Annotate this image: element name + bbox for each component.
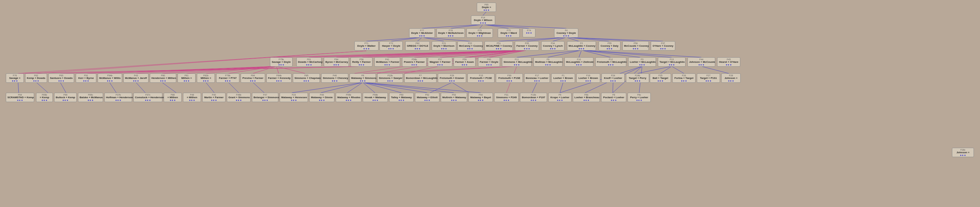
family-node-f5[interactable]: F5Krope + Loeher◆ ◆ ◆ — [548, 93, 571, 102]
family-node-f8[interactable]: F8Poctard + Loeher◆ ◆ ◆ — [601, 93, 626, 102]
family-node-f65c[interactable]: F65cBatske + McManus◆ ◆ ◆ — [78, 93, 103, 102]
family-node-f22[interactable]: F22McCaney + Cooney◆ ◆ ◆ — [457, 41, 483, 51]
family-node-f1[interactable]: F1Loeher + Brown◆ ◆ ◆ — [551, 73, 575, 83]
family-node-f56b[interactable]: F56bPowers + Farmer◆ ◆ ◆ — [402, 57, 426, 67]
family-node-f7[interactable]: F7Bomordean + McLaughlin◆ ◆ ◆ — [404, 73, 436, 83]
family-node-f37c[interactable]: F37cComstock + Henderson◆ ◆ ◆ — [134, 93, 162, 102]
family-node-f74[interactable]: F74◆ ◆ ◆ — [523, 28, 535, 37]
family-node-f26[interactable]: F26Fortna + Taegel◆ ◆ ◆ — [672, 73, 695, 83]
family-node-f46b[interactable]: F46bGrant + Simmons◆ ◆ ◆ — [227, 93, 251, 102]
family-node-f50[interactable]: F50Talley + Mataway◆ ◆ ◆ — [389, 93, 414, 102]
family-node-f85[interactable]: F85Simmons + Chapman◆ ◆ ◆ — [293, 73, 320, 83]
family-node-f6b[interactable]: F6bLoeher + Brancheau◆ ◆ ◆ — [573, 93, 600, 102]
family-node-f37[interactable]: F37O'Hare + Cooney◆ ◆ ◆ — [651, 41, 675, 51]
family-node-f63[interactable]: F63Santuoro + Dowds◆ ◆ ◆ — [48, 73, 74, 83]
family-node-f52[interactable]: F52Mataway + Elliott◆ ◆ ◆ — [415, 93, 439, 102]
family-node-f79[interactable]: F79Doyle + Wightman◆ ◆ ◆ — [466, 28, 493, 38]
family-node-f91[interactable]: F91Kerr + Byrne◆ ◆ ◆ — [76, 73, 96, 83]
family-node-f72[interactable]: F72Harper + Doyle◆ ◆ ◆ — [380, 41, 403, 51]
family-node-f57[interactable]: F57Wagner + Farmer◆ ◆ ◆ — [428, 57, 452, 67]
family-node-f58[interactable]: F58Reilly + Farmer◆ ◆ ◆ — [350, 57, 372, 67]
family-node-f61[interactable]: F61Dowds + McCartney◆ ◆ ◆ — [296, 57, 321, 67]
family-node-f53[interactable]: F53Multrein + Mataway◆ ◆ ◆ — [441, 93, 467, 102]
family-node-f65[interactable]: F65Doyle =◆ ◆ ◆ — [477, 3, 496, 12]
node-id-label: F44 — [689, 58, 714, 61]
node-name-label: Powers + Farmer — [404, 61, 425, 64]
family-node-f6[interactable]: F6Mataway + Simmons◆ ◆ ◆ — [350, 73, 376, 83]
family-node-f58b[interactable]: F58bHovak + Mataway◆ ◆ ◆ — [363, 93, 388, 102]
family-node-f71[interactable]: F71Doyle + Walker◆ ◆ ◆ — [354, 41, 379, 51]
family-node-f94[interactable]: F94Byron + McCarney◆ ◆ ◆ — [324, 57, 349, 67]
family-node-f65b[interactable]: F65b= Kemp◆ ◆ ◆ — [36, 93, 53, 102]
family-node-f13[interactable]: F13Taegel + McLaughlin◆ ◆ ◆ — [658, 57, 686, 67]
family-node-f22b[interactable]: F22bSimmons + Sawyer◆ ◆ ◆ — [377, 73, 403, 83]
family-node-f55[interactable]: F55Cooney + Daly◆ ◆ ◆ — [598, 41, 620, 51]
family-node-f9[interactable]: F9Mullinax + McLaughlin◆ ◆ ◆ — [533, 57, 563, 67]
family-node-f16[interactable]: F16Loeher + Brown◆ ◆ ◆ — [576, 73, 600, 83]
family-node-f3[interactable]: F3Loeher + McLaughlin◆ ◆ ◆ — [628, 57, 656, 67]
family-node-f11[interactable]: F11Simmons + McLaughlin◆ ◆ ◆ — [502, 57, 531, 67]
family-node-f23[interactable]: F23Mataway + Hennesee◆ ◆ ◆ — [280, 93, 308, 102]
family-node-f44[interactable]: F44Johnson + McCouste◆ ◆ ◆ — [687, 57, 715, 67]
family-node-f25[interactable]: F25Ball + Taegel◆ ◆ ◆ — [650, 73, 671, 83]
family-node-f14[interactable]: F14Doyle + Wilson◆ ◆ ◆ — [471, 16, 495, 25]
family-node-f77[interactable]: F77Doyle + McAlister◆ ◆ ◆ — [409, 28, 435, 38]
family-node-f78[interactable]: F78Doyle + McNutcheon◆ ◆ ◆ — [436, 28, 465, 38]
node-connector-dots: ◆ ◆ ◆ — [698, 80, 718, 82]
family-node-f31[interactable]: F31Simmons + P249◆ ◆ ◆ — [494, 93, 519, 102]
family-node-f12[interactable]: F12Freismuth + McLaughlin◆ ◆ ◆ — [595, 57, 626, 67]
family-node-f10b[interactable]: F10bBomordean + P197◆ ◆ ◆ — [520, 93, 547, 102]
family-node-f24b[interactable]: F24bTaegel + Perry◆ ◆ ◆ — [626, 73, 649, 83]
family-node-f66[interactable]: F66Bullock + Kemp◆ ◆ ◆ — [54, 93, 77, 102]
family-node-f62[interactable]: F62Kemp + Dowds◆ ◆ ◆ — [25, 73, 47, 83]
family-node-f64[interactable]: F64SCRAMSTAD + Kemp◆ ◆ ◆ — [6, 93, 34, 102]
svg-line-57 — [672, 66, 684, 73]
family-node-f81[interactable]: F81Mithen =◆ ◆ ◆ — [178, 73, 196, 83]
family-node-f55b[interactable]: F55bMataway + Rhodes◆ ◆ ◆ — [336, 93, 361, 102]
family-node-f84[interactable]: F84Previna + Farmer◆ ◆ ◆ — [241, 73, 265, 83]
family-node-f47[interactable]: F47Belanger + Simmons◆ ◆ ◆ — [252, 93, 278, 102]
family-node-f56[interactable]: F56McCouste + Cooney◆ ◆ ◆ — [622, 41, 649, 51]
family-node-f4[interactable]: F4Cooney + Doyle◆ ◆ ◆ — [554, 28, 578, 38]
family-node-f28c[interactable]: F28cJohnson =◆ ◆ ◆ — [952, 148, 974, 157]
node-id-label: F53 — [442, 94, 466, 96]
family-node-f82b[interactable]: F82bMithen =◆ ◆ ◆ — [197, 73, 215, 83]
family-node-f15[interactable]: F15Freismuth + P1SE◆ ◆ ◆ — [468, 73, 495, 83]
family-node-f75b[interactable]: F75bSavage + Doyle◆ ◆ ◆ — [270, 57, 293, 67]
family-node-f46[interactable]: F46Simmons + Chesney◆ ◆ ◆ — [321, 73, 348, 83]
family-node-f30[interactable]: F30Freismuth + P1SE◆ ◆ ◆ — [496, 73, 523, 83]
family-node-f40[interactable]: F40Martin + Farmer◆ ◆ ◆ — [202, 93, 226, 102]
family-node-f28[interactable]: F28Johnson =◆ ◆ ◆ — [721, 73, 741, 83]
family-node-f49[interactable]: F49Mataway + Ginnie◆ ◆ ◆ — [309, 93, 334, 102]
family-node-f94b[interactable]: F94bMcManus + Willis◆ ◆ ◆ — [98, 73, 122, 83]
family-node-f29[interactable]: F29Freismuth + Kramer◆ ◆ ◆ — [438, 73, 466, 83]
family-node-f59[interactable]: F59Farmer + Asam◆ ◆ ◆ — [453, 57, 476, 67]
family-node-f10[interactable]: F10McLaughlin + Zielinski◆ ◆ ◆ — [565, 57, 593, 67]
family-node-f84b[interactable]: F84bFarmer + Kennedy◆ ◆ ◆ — [266, 73, 291, 83]
family-node-f76[interactable]: F76Savage =◆ ◆ ◆ — [6, 73, 24, 83]
family-node-f88[interactable]: F88= Mithen◆ ◆ ◆ — [164, 93, 182, 102]
family-node-f34[interactable]: F34Cooney + Lynch◆ ◆ ◆ — [541, 41, 565, 51]
family-node-f60[interactable]: F60Farmer + Doyle◆ ◆ ◆ — [478, 57, 500, 67]
node-name-label: Bonneau + Loeher — [526, 76, 548, 80]
family-node-f41[interactable]: F41McManus + Farmer◆ ◆ ◆ — [374, 57, 400, 67]
svg-line-14 — [553, 37, 566, 41]
family-node-f82[interactable]: F82GREGG + DOYLE◆ ◆ ◆ — [405, 41, 430, 51]
node-id-label: F80 — [151, 74, 175, 76]
family-node-f6c[interactable]: F6cPerry + Loeher◆ ◆ ◆ — [628, 93, 651, 102]
family-node-f79b[interactable]: F79bFarmer + P747◆ ◆ ◆ — [216, 73, 239, 83]
family-node-f54[interactable]: F54Mataway + Bayet◆ ◆ ◆ — [468, 93, 493, 102]
family-node-f37b[interactable]: F37bHoffman + Henderson◆ ◆ ◆ — [104, 93, 132, 102]
family-node-f35[interactable]: F35Farmer + Cooney◆ ◆ ◆ — [515, 41, 539, 51]
family-node-f24[interactable]: F24Knoff + Loeher◆ ◆ ◆ — [601, 73, 625, 83]
family-node-f17[interactable]: F17Bonneau + Loeher◆ ◆ ◆ — [524, 73, 550, 83]
family-node-f45[interactable]: F45Hearst + O'Hare◆ ◆ ◆ — [717, 57, 740, 67]
family-node-f48[interactable]: F48= Mithen◆ ◆ ◆ — [183, 93, 201, 102]
family-node-f27[interactable]: F27Target + P1S1◆ ◆ ◆ — [697, 73, 720, 83]
family-node-f21[interactable]: F21Doyle + Morrison◆ ◆ ◆ — [432, 41, 456, 51]
family-node-f51[interactable]: F51MCALPINE + Cooney◆ ◆ ◆ — [485, 41, 513, 51]
family-node-f43[interactable]: F43McManus + Jaroff◆ ◆ ◆ — [123, 73, 148, 83]
family-node-f2[interactable]: F2McLaughlin + Cooney◆ ◆ ◆ — [567, 41, 596, 51]
family-node-f80[interactable]: F80Henderson + Mithen◆ ◆ ◆ — [150, 73, 176, 83]
family-node-f75[interactable]: F75Doyle + Ward◆ ◆ ◆ — [498, 28, 520, 38]
